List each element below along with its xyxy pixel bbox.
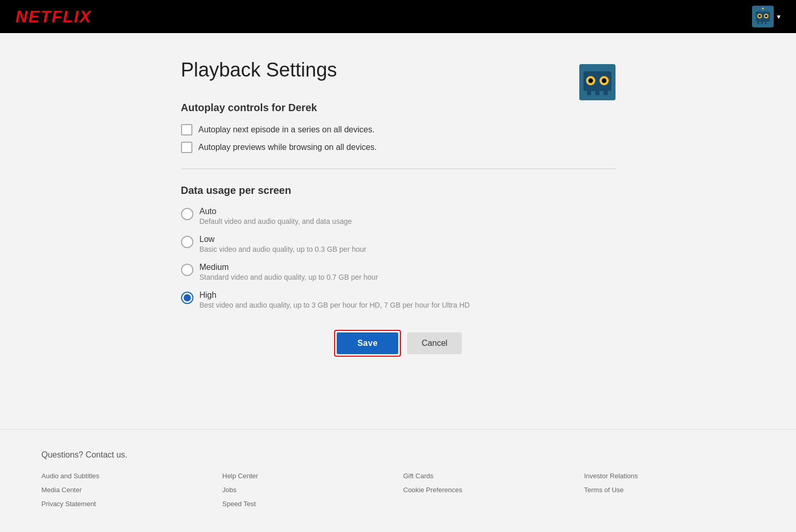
cancel-button[interactable]: Cancel (407, 332, 462, 354)
radio-option-high: High Best video and audio quality, up to… (181, 291, 615, 309)
section-divider (181, 169, 615, 169)
autoplay-previews-row: Autoplay previews while browsing on all … (181, 142, 615, 153)
radio-option-medium: Medium Standard video and audio quality,… (181, 263, 615, 281)
radio-low-label: Low (200, 235, 367, 244)
radio-low-desc: Basic video and audio quality, up to 0.3… (200, 245, 367, 253)
footer-link-terms-of-use[interactable]: Terms of Use (584, 486, 755, 494)
radio-option-auto: Auto Default video and audio quality, an… (181, 207, 615, 225)
save-button[interactable]: Save (337, 332, 398, 354)
radio-high[interactable] (181, 292, 193, 304)
footer-link-help-center[interactable]: Help Center (222, 472, 393, 480)
svg-rect-10 (761, 22, 763, 24)
footer-contact: Questions? Contact us. (41, 450, 755, 460)
autoplay-previews-label: Autoplay previews while browsing on all … (199, 143, 377, 152)
svg-rect-18 (590, 87, 605, 89)
svg-point-17 (602, 79, 606, 83)
autoplay-series-checkbox[interactable] (181, 124, 192, 135)
radio-low[interactable] (181, 236, 193, 248)
footer: Questions? Contact us. Audio and Subtitl… (0, 429, 796, 523)
profile-menu[interactable]: ▾ (752, 6, 780, 27)
footer-link-cookie-preferences[interactable]: Cookie Preferences (403, 486, 574, 494)
svg-point-4 (758, 15, 761, 18)
radio-medium-label: Medium (200, 263, 378, 272)
radio-medium[interactable] (181, 264, 193, 276)
footer-link-gift-cards[interactable]: Gift Cards (403, 472, 574, 480)
footer-links: Audio and Subtitles Help Center Gift Car… (41, 472, 755, 508)
data-usage-section: Data usage per screen Auto Default video… (181, 185, 615, 309)
footer-link-audio-subtitles[interactable]: Audio and Subtitles (41, 472, 212, 480)
footer-link-jobs[interactable]: Jobs (222, 486, 393, 494)
chevron-down-icon: ▾ (777, 12, 780, 21)
svg-rect-9 (757, 22, 759, 24)
radio-auto-desc: Default video and audio quality, and dat… (200, 217, 352, 225)
header: NETFLIX ▾ (0, 0, 796, 33)
radio-high-desc: Best video and audio quality, up to 3 GB… (200, 301, 470, 309)
radio-auto-label: Auto (200, 207, 352, 216)
autoplay-previews-checkbox[interactable] (181, 142, 192, 153)
radio-auto[interactable] (181, 208, 193, 220)
page-title: Playback Settings (181, 59, 337, 81)
svg-rect-20 (595, 91, 599, 95)
save-button-wrapper: Save (334, 330, 401, 357)
svg-rect-11 (765, 22, 767, 24)
button-row: Save Cancel (181, 330, 615, 357)
radio-medium-desc: Standard video and audio quality, up to … (200, 273, 378, 281)
radio-high-label: High (200, 291, 470, 300)
svg-rect-21 (604, 91, 608, 95)
autoplay-section: Autoplay controls for Derek Autoplay nex… (181, 102, 615, 153)
main-content: Playback Settings (0, 33, 796, 398)
netflix-logo: NETFLIX (16, 7, 92, 26)
svg-rect-6 (759, 19, 767, 20)
svg-rect-19 (587, 91, 591, 95)
footer-link-speed-test[interactable]: Speed Test (222, 500, 393, 508)
avatar (752, 6, 774, 27)
footer-link-investor-relations[interactable]: Investor Relations (584, 472, 755, 480)
svg-point-8 (762, 8, 764, 10)
footer-link-media-center[interactable]: Media Center (41, 486, 212, 494)
autoplay-section-title: Autoplay controls for Derek (181, 102, 615, 114)
svg-point-16 (588, 79, 593, 83)
data-usage-section-title: Data usage per screen (181, 185, 615, 196)
svg-point-5 (765, 15, 768, 18)
autoplay-series-label: Autoplay next episode in a series on all… (199, 125, 375, 134)
autoplay-series-row: Autoplay next episode in a series on all… (181, 124, 615, 135)
content-avatar (579, 64, 615, 100)
footer-link-privacy[interactable]: Privacy Statement (41, 500, 212, 508)
radio-option-low: Low Basic video and audio quality, up to… (181, 235, 615, 253)
